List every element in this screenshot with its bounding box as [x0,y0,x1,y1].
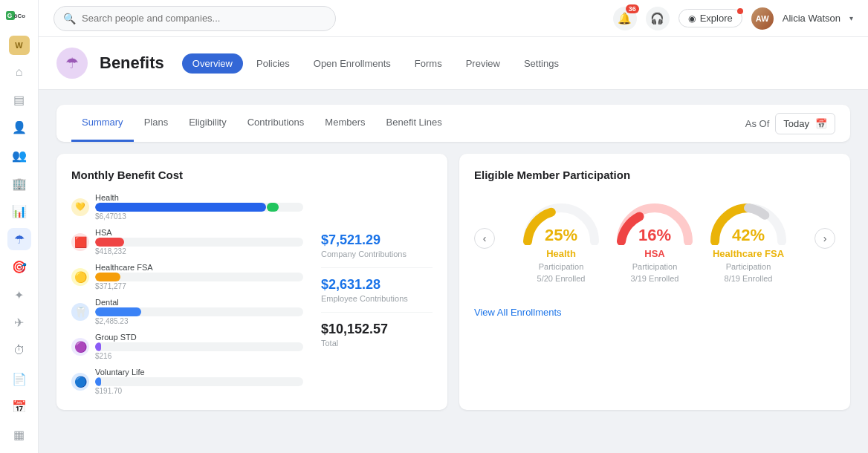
sidebar-item-person[interactable]: 👤 [7,117,31,139]
tab-open-enrollments[interactable]: Open Enrollments [303,53,401,74]
carousel-next-btn[interactable]: › [814,228,835,249]
sub-tab-summary[interactable]: Summary [71,105,134,142]
benefits-header: ☂ Benefits Overview Policies Open Enroll… [39,37,868,90]
sub-tab-plans[interactable]: Plans [134,105,179,142]
participation-card: Eligible Member Participation ‹ [459,154,850,410]
calendar-icon: 📅 [815,118,827,129]
sidebar-item-travel[interactable]: ✈ [7,312,31,334]
main-content: 🔍 🔔 36 🎧 ◉ Explore AW Alicia Watson ▾ [39,0,868,453]
sidebar-item-home[interactable]: ⌂ [7,61,31,83]
app-logo[interactable]: G ōCo [6,7,33,24]
std-sublabel: $216 [95,352,303,360]
hsa-bar-wrapper: HSA $418,232 [95,228,303,255]
date-value: Today [783,118,809,129]
as-of-label: As Of [745,118,770,129]
health-bar-track [95,203,303,212]
notification-bell-btn[interactable]: 🔔 36 [613,7,637,30]
dental-sublabel: $2,485.23 [95,317,303,325]
total-cost-item: $10,152.57 Total [321,322,433,356]
benefits-icon: ☂ [56,48,88,79]
health-bar-wrapper: Health $6,47013 [95,193,303,221]
sidebar-item-building[interactable]: 🏢 [7,172,31,195]
headset-btn[interactable]: 🎧 [646,7,670,30]
sidebar-item-doc[interactable]: 📄 [7,368,31,390]
fsa-icon: 🟡 [71,268,89,286]
dental-label: Dental [95,298,303,307]
topbar-right: 🔔 36 🎧 ◉ Explore AW Alicia Watson ▾ [613,7,853,30]
date-input[interactable]: Today 📅 [775,113,835,134]
sub-tab-contributions[interactable]: Contributions [237,105,315,142]
sub-tab-eligibility[interactable]: Eligibility [178,105,237,142]
gauge-hsa-svg: 16% [614,193,696,245]
explore-notification-dot [737,8,743,14]
cost-chart-area: 💛 Health $6,47013 [71,193,433,395]
hsa-gauge-enrolled: 3/19 Enrolled [631,274,679,283]
sidebar-item-time[interactable]: ⏱ [7,340,31,362]
fsa-gauge-sub: Participation [726,262,771,271]
employee-contribution-item: $2,631.28 Employee Contributions [321,277,433,313]
tab-policies[interactable]: Policies [246,53,300,74]
sidebar-item-sparkle[interactable]: ✦ [7,284,31,307]
hsa-gauge-sub: Participation [632,262,678,271]
bar-row-std: 🟣 Group STD $216 [71,333,303,360]
search-input[interactable] [82,13,326,24]
bar-row-fsa: 🟡 Healthcare FSA $371,277 [71,263,303,290]
sidebar-item-benefits[interactable]: ☂ [7,228,31,250]
explore-button[interactable]: ◉ Explore [678,9,742,27]
dental-bar-fill [95,307,141,316]
gauge-hsa: 16% HSA Participation 3/19 Enrolled [614,193,696,283]
sidebar-item-team[interactable]: 👥 [7,145,31,167]
user-chevron-icon[interactable]: ▾ [849,14,853,22]
health-bar-fill-green [267,203,279,212]
gauge-health-svg: 25% [520,193,602,245]
monthly-cost-title: Monthly Benefit Cost [71,169,433,181]
explore-label: Explore [700,13,733,24]
dental-bar-track [95,307,303,316]
tab-overview[interactable]: Overview [182,53,243,74]
sub-tab-benefit-lines[interactable]: Benefit Lines [376,105,453,142]
tab-settings[interactable]: Settings [514,53,569,74]
hsa-gauge-name: HSA [644,248,664,259]
gauges-row: 25% Health Participation 5/20 Enrolled [495,193,814,283]
fsa-gauge-pct: 42% [732,226,765,245]
bar-row-vol-life: 🔵 Voluntary Life $191.70 [71,368,303,395]
workspace-avatar[interactable]: W [9,36,30,55]
cards-row: Monthly Benefit Cost 💛 Health [56,154,850,410]
fsa-bar-wrapper: Healthcare FSA $371,277 [95,263,303,290]
hsa-gauge-pct: 16% [638,226,671,245]
tab-preview[interactable]: Preview [456,53,511,74]
carousel-prev-btn[interactable]: ‹ [474,228,495,249]
sub-tab-members[interactable]: Members [314,105,375,142]
health-sublabel: $6,47013 [95,212,303,221]
fsa-sublabel: $371,277 [95,282,303,290]
health-icon: 💛 [71,198,89,216]
sidebar-item-calendar[interactable]: 📅 [7,396,31,418]
vol-life-bar-track [95,377,303,386]
hsa-label: HSA [95,228,303,237]
view-all-enrollments-link[interactable]: View All Enrollments [474,307,562,318]
tab-forms[interactable]: Forms [404,53,453,74]
svg-text:G: G [7,12,12,19]
sidebar-item-award[interactable]: 🎯 [7,256,31,278]
fsa-gauge-enrolled: 8/19 Enrolled [725,274,773,283]
sidebar-item-inbox[interactable]: ▤ [7,89,31,111]
health-bar-fill-blue [95,203,266,212]
std-icon: 🟣 [71,338,89,356]
std-bar-wrapper: Group STD $216 [95,333,303,360]
sidebar-item-grid[interactable]: ▦ [7,423,31,446]
search-box[interactable]: 🔍 [54,6,336,31]
participation-title: Eligible Member Participation [474,169,835,181]
fsa-bar-fill [95,273,120,281]
page-area: ☂ Benefits Overview Policies Open Enroll… [39,37,868,453]
monthly-cost-card: Monthly Benefit Cost 💛 Health [56,154,447,410]
avatar[interactable]: AW [751,7,774,30]
bar-row-dental: 🦷 Dental $2,485.23 [71,298,303,325]
company-contribution-label: Company Contributions [321,250,433,258]
search-icon: 🔍 [63,13,76,25]
health-gauge-sub: Participation [539,262,584,271]
employee-contribution-amount: $2,631.28 [321,277,433,293]
health-gauge-name: Health [546,248,576,259]
sidebar-item-chart[interactable]: 📊 [7,201,31,223]
std-label: Group STD [95,333,303,342]
user-name[interactable]: Alicia Watson [783,13,841,24]
